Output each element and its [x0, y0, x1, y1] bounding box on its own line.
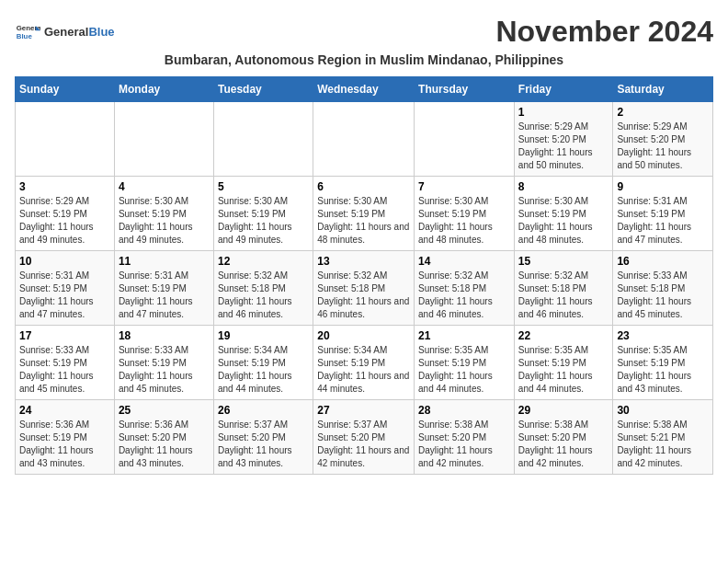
day-info: Sunrise: 5:30 AM Sunset: 5:19 PM Dayligh… [518, 195, 609, 247]
table-row: 29Sunrise: 5:38 AM Sunset: 5:20 PM Dayli… [514, 400, 613, 475]
col-header-monday: Monday [114, 77, 213, 102]
day-info: Sunrise: 5:36 AM Sunset: 5:19 PM Dayligh… [19, 419, 110, 470]
day-info: Sunrise: 5:32 AM Sunset: 5:18 PM Dayligh… [317, 270, 410, 321]
col-header-thursday: Thursday [415, 77, 515, 102]
day-number: 18 [119, 329, 210, 342]
day-info: Sunrise: 5:33 AM Sunset: 5:19 PM Dayligh… [119, 344, 210, 396]
table-row: 28Sunrise: 5:38 AM Sunset: 5:20 PM Dayli… [415, 400, 515, 475]
day-info: Sunrise: 5:30 AM Sunset: 5:19 PM Dayligh… [218, 195, 309, 247]
calendar-table: SundayMondayTuesdayWednesdayThursdayFrid… [15, 76, 713, 475]
day-info: Sunrise: 5:29 AM Sunset: 5:19 PM Dayligh… [19, 195, 110, 247]
day-info: Sunrise: 5:38 AM Sunset: 5:21 PM Dayligh… [617, 419, 709, 470]
col-header-wednesday: Wednesday [313, 77, 415, 102]
day-number: 8 [518, 180, 609, 193]
day-info: Sunrise: 5:35 AM Sunset: 5:19 PM Dayligh… [518, 344, 609, 396]
day-number: 26 [218, 404, 309, 417]
day-number: 7 [418, 180, 510, 193]
table-row: 20Sunrise: 5:34 AM Sunset: 5:19 PM Dayli… [313, 326, 415, 400]
table-row: 18Sunrise: 5:33 AM Sunset: 5:19 PM Dayli… [114, 326, 213, 400]
day-info: Sunrise: 5:32 AM Sunset: 5:18 PM Dayligh… [518, 270, 609, 321]
table-row: 12Sunrise: 5:32 AM Sunset: 5:18 PM Dayli… [213, 251, 313, 326]
day-number: 28 [418, 404, 510, 417]
day-info: Sunrise: 5:33 AM Sunset: 5:19 PM Dayligh… [19, 344, 110, 396]
day-info: Sunrise: 5:29 AM Sunset: 5:20 PM Dayligh… [617, 121, 709, 172]
table-row: 4Sunrise: 5:30 AM Sunset: 5:19 PM Daylig… [114, 177, 213, 251]
day-number: 24 [19, 404, 110, 417]
svg-text:Blue: Blue [17, 32, 33, 40]
day-info: Sunrise: 5:34 AM Sunset: 5:19 PM Dayligh… [218, 344, 309, 396]
day-info: Sunrise: 5:36 AM Sunset: 5:20 PM Dayligh… [119, 419, 210, 470]
day-number: 22 [518, 329, 609, 342]
day-info: Sunrise: 5:34 AM Sunset: 5:19 PM Dayligh… [317, 344, 410, 396]
day-info: Sunrise: 5:30 AM Sunset: 5:19 PM Dayligh… [119, 195, 210, 247]
table-row: 21Sunrise: 5:35 AM Sunset: 5:19 PM Dayli… [415, 326, 515, 400]
table-row: 24Sunrise: 5:36 AM Sunset: 5:19 PM Dayli… [16, 400, 115, 475]
table-row: 5Sunrise: 5:30 AM Sunset: 5:19 PM Daylig… [213, 177, 313, 251]
table-row: 11Sunrise: 5:31 AM Sunset: 5:19 PM Dayli… [114, 251, 213, 326]
table-row: 25Sunrise: 5:36 AM Sunset: 5:20 PM Dayli… [114, 400, 213, 475]
table-row: 9Sunrise: 5:31 AM Sunset: 5:19 PM Daylig… [613, 177, 713, 251]
day-info: Sunrise: 5:32 AM Sunset: 5:18 PM Dayligh… [218, 270, 309, 321]
day-number: 17 [19, 329, 110, 342]
calendar-subtitle: Bumbaran, Autonomous Region in Muslim Mi… [15, 52, 713, 67]
day-info: Sunrise: 5:31 AM Sunset: 5:19 PM Dayligh… [119, 270, 210, 321]
table-row: 14Sunrise: 5:32 AM Sunset: 5:18 PM Dayli… [415, 251, 515, 326]
day-number: 4 [119, 180, 210, 193]
day-number: 14 [418, 255, 510, 268]
col-header-sunday: Sunday [16, 77, 115, 102]
table-row: 23Sunrise: 5:35 AM Sunset: 5:19 PM Dayli… [613, 326, 713, 400]
day-number: 30 [617, 404, 709, 417]
month-title: November 2024 [495, 15, 713, 49]
day-info: Sunrise: 5:32 AM Sunset: 5:18 PM Dayligh… [418, 270, 510, 321]
day-info: Sunrise: 5:29 AM Sunset: 5:20 PM Dayligh… [518, 121, 609, 172]
table-row: 10Sunrise: 5:31 AM Sunset: 5:19 PM Dayli… [16, 251, 115, 326]
day-info: Sunrise: 5:37 AM Sunset: 5:20 PM Dayligh… [218, 419, 309, 470]
table-row: 3Sunrise: 5:29 AM Sunset: 5:19 PM Daylig… [16, 177, 115, 251]
table-row: 16Sunrise: 5:33 AM Sunset: 5:18 PM Dayli… [613, 251, 713, 326]
day-number: 21 [418, 329, 510, 342]
table-row: 8Sunrise: 5:30 AM Sunset: 5:19 PM Daylig… [514, 177, 613, 251]
table-row: 19Sunrise: 5:34 AM Sunset: 5:19 PM Dayli… [213, 326, 313, 400]
day-info: Sunrise: 5:33 AM Sunset: 5:18 PM Dayligh… [617, 270, 709, 321]
day-info: Sunrise: 5:35 AM Sunset: 5:19 PM Dayligh… [617, 344, 709, 396]
table-row: 15Sunrise: 5:32 AM Sunset: 5:18 PM Dayli… [514, 251, 613, 326]
day-number: 19 [218, 329, 309, 342]
col-header-friday: Friday [514, 77, 613, 102]
table-row: 13Sunrise: 5:32 AM Sunset: 5:18 PM Dayli… [313, 251, 415, 326]
day-number: 20 [317, 329, 410, 342]
day-info: Sunrise: 5:30 AM Sunset: 5:19 PM Dayligh… [317, 195, 410, 247]
day-info: Sunrise: 5:31 AM Sunset: 5:19 PM Dayligh… [19, 270, 110, 321]
table-row: 1Sunrise: 5:29 AM Sunset: 5:20 PM Daylig… [514, 102, 613, 177]
table-row: 2Sunrise: 5:29 AM Sunset: 5:20 PM Daylig… [613, 102, 713, 177]
col-header-tuesday: Tuesday [213, 77, 313, 102]
table-row [415, 102, 515, 177]
day-number: 10 [19, 255, 110, 268]
table-row: 27Sunrise: 5:37 AM Sunset: 5:20 PM Dayli… [313, 400, 415, 475]
day-number: 1 [518, 106, 609, 119]
table-row: 22Sunrise: 5:35 AM Sunset: 5:19 PM Dayli… [514, 326, 613, 400]
day-info: Sunrise: 5:37 AM Sunset: 5:20 PM Dayligh… [317, 419, 410, 470]
header: General Blue General Blue November 2024 [15, 15, 713, 49]
day-number: 27 [317, 404, 410, 417]
day-number: 11 [119, 255, 210, 268]
day-number: 5 [218, 180, 309, 193]
day-number: 2 [617, 106, 709, 119]
logo-icon: General Blue [15, 19, 40, 45]
logo: General Blue General Blue [15, 19, 115, 45]
table-row [114, 102, 213, 177]
day-number: 16 [617, 255, 709, 268]
day-info: Sunrise: 5:38 AM Sunset: 5:20 PM Dayligh… [418, 419, 510, 470]
day-info: Sunrise: 5:30 AM Sunset: 5:19 PM Dayligh… [418, 195, 510, 247]
day-number: 3 [19, 180, 110, 193]
table-row [313, 102, 415, 177]
logo-general: General [44, 25, 88, 39]
logo-blue: Blue [88, 25, 114, 39]
table-row [16, 102, 115, 177]
day-info: Sunrise: 5:38 AM Sunset: 5:20 PM Dayligh… [518, 419, 609, 470]
day-number: 13 [317, 255, 410, 268]
col-header-saturday: Saturday [613, 77, 713, 102]
table-row: 30Sunrise: 5:38 AM Sunset: 5:21 PM Dayli… [613, 400, 713, 475]
day-info: Sunrise: 5:35 AM Sunset: 5:19 PM Dayligh… [418, 344, 510, 396]
day-number: 12 [218, 255, 309, 268]
day-info: Sunrise: 5:31 AM Sunset: 5:19 PM Dayligh… [617, 195, 709, 247]
